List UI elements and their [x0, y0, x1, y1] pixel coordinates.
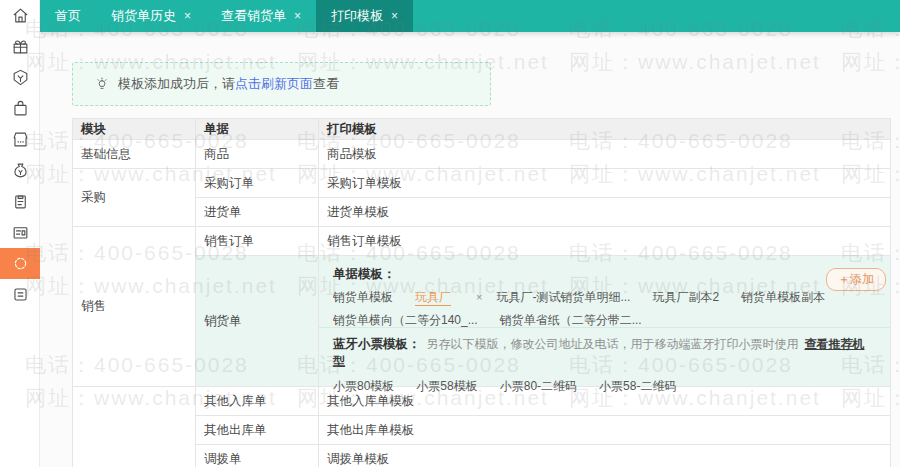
tab-bar: 首页 销货单历史 × 查看销货单 × 打印模板 × — [40, 0, 900, 32]
template-chip-row: 销货单横向（二等分140_...销货单省纸（二等分带二... — [333, 312, 876, 329]
tab-label: 销货单历史 — [111, 7, 176, 25]
store-icon — [11, 130, 30, 149]
bluetooth-receipt-section: 蓝牙小票模板：另存以下模版，修改公司地址及电话，用于移动端蓝牙打印小票时使用查看… — [319, 328, 890, 386]
doc-cell: 销货单 — [196, 256, 319, 387]
doc-cell: 其他入库单 — [196, 387, 319, 416]
table-row: 进货单 进货单模板 — [73, 198, 891, 227]
sidebar-item-store[interactable] — [0, 124, 40, 155]
table-row: 采购 采购订单 采购订单模板 — [73, 169, 891, 198]
add-template-button[interactable]: ＋添加 — [826, 268, 886, 291]
doc-cell: 销售订单 — [196, 227, 319, 256]
module-cell — [73, 387, 196, 467]
doc-cell: 进货单 — [196, 198, 319, 227]
sidebar-item-purchase[interactable] — [0, 93, 40, 124]
col-header-template: 打印模板 — [319, 119, 891, 140]
doc-cell: 采购订单 — [196, 169, 319, 198]
template-chip[interactable]: 销货单横向（二等分140_... — [333, 313, 478, 327]
template-chip-selected[interactable]: 玩具厂 — [415, 290, 451, 306]
template-cell[interactable]: 销售订单模板 — [319, 227, 891, 256]
col-header-document: 单据 — [196, 119, 319, 140]
banner-suffix: 查看 — [313, 76, 339, 91]
sidebar-item-inventory[interactable] — [0, 186, 40, 217]
doc-cell: 商品 — [196, 140, 319, 169]
tab-label: 打印模板 — [331, 7, 383, 25]
tab-sales-history[interactable]: 销货单历史 × — [96, 0, 206, 32]
home-icon — [11, 6, 30, 25]
template-chip[interactable]: 玩具厂副本2 — [652, 290, 719, 304]
table-header-row: 模块 单据 打印模板 — [73, 119, 891, 140]
tab-print-templates[interactable]: 打印模板 × — [316, 0, 413, 32]
template-chip[interactable]: 小票58-二维码 — [599, 379, 676, 393]
template-cell[interactable]: 进货单模板 — [319, 198, 891, 227]
module-cell: 销售 — [73, 227, 196, 387]
sales-order-template-cell: 单据模板： 销货单模板玩具厂×玩具厂-测试销货单明细...玩具厂副本2销货单模板… — [319, 256, 891, 387]
bag-icon — [11, 99, 30, 118]
tab-home[interactable]: 首页 — [40, 0, 96, 32]
app-window: 首页 销货单历史 × 查看销货单 × 打印模板 × 模板添加成功后，请点击刷新页… — [0, 0, 900, 467]
template-cell[interactable]: 其他出库单模板 — [319, 416, 891, 445]
sidebar — [0, 0, 40, 467]
table-row-sales-order: 销货单 单据模板： 销货单模板玩具厂×玩具厂-测试销货单明细...玩具厂副本2销… — [73, 256, 891, 387]
money-bag-icon — [11, 161, 30, 180]
template-chip-row: 销货单模板玩具厂×玩具厂-测试销货单明细...玩具厂副本2销货单模板副本 — [333, 289, 876, 306]
template-chip[interactable]: 销货单省纸（二等分带二... — [500, 313, 642, 327]
template-cell[interactable]: 采购订单模板 — [319, 169, 891, 198]
table-row: 调拨单 调拨单模板 — [73, 445, 891, 467]
template-chip[interactable]: 小票80-二维码 — [500, 379, 577, 393]
template-cell[interactable]: 商品模板 — [319, 140, 891, 169]
info-banner: 模板添加成功后，请点击刷新页面查看 — [72, 62, 491, 106]
banner-prefix: 模板添加成功后，请 — [118, 76, 235, 91]
col-header-module: 模块 — [73, 119, 196, 140]
refresh-page-link[interactable]: 点击刷新页面 — [235, 76, 313, 91]
template-cell[interactable]: 调拨单模板 — [319, 445, 891, 467]
note-icon — [11, 285, 30, 304]
sidebar-item-gift[interactable] — [0, 31, 40, 62]
close-icon[interactable]: × — [294, 9, 301, 23]
print-template-table: 模块 单据 打印模板 基础信息 商品 商品模板 采购 采购订单 采购订单模板 进… — [72, 118, 891, 467]
sync-icon — [11, 254, 30, 273]
clipboard-icon — [11, 192, 30, 211]
template-chip[interactable]: 销货单模板副本 — [741, 290, 825, 304]
template-chip[interactable]: 玩具厂-测试销货单明细... — [496, 290, 630, 304]
sidebar-item-bills[interactable] — [0, 217, 40, 248]
tab-label: 首页 — [55, 7, 81, 25]
doc-cell: 调拨单 — [196, 445, 319, 467]
gift-icon — [11, 37, 30, 56]
sidebar-item-coupon[interactable] — [0, 62, 40, 93]
sidebar-item-home[interactable] — [0, 0, 40, 31]
close-icon[interactable]: × — [391, 9, 398, 23]
table-row: 销售 销售订单 销售订单模板 — [73, 227, 891, 256]
bt-templates-title: 蓝牙小票模板： — [333, 337, 421, 351]
table-row: 基础信息 商品 商品模板 — [73, 140, 891, 169]
template-chip[interactable]: 小票80模板 — [333, 379, 394, 393]
module-cell: 基础信息 — [73, 140, 196, 169]
remove-template-icon[interactable]: × — [476, 291, 482, 303]
coupon-icon — [11, 68, 30, 87]
invoice-icon — [11, 223, 30, 242]
tab-view-sales-order[interactable]: 查看销货单 × — [206, 0, 316, 32]
sidebar-item-reports[interactable] — [0, 279, 40, 310]
doc-cell: 其他出库单 — [196, 416, 319, 445]
sidebar-item-sync[interactable] — [0, 248, 40, 279]
main-content: 模板添加成功后，请点击刷新页面查看 模块 单据 打印模板 基础信息 商品 商品模… — [40, 32, 900, 467]
template-chip[interactable]: 小票58模板 — [416, 379, 477, 393]
document-templates-section: 单据模板： 销货单模板玩具厂×玩具厂-测试销货单明细...玩具厂副本2销货单模板… — [319, 256, 890, 328]
sidebar-item-funds[interactable] — [0, 155, 40, 186]
banner-text: 模板添加成功后，请点击刷新页面查看 — [118, 75, 339, 93]
close-icon[interactable]: × — [184, 9, 191, 23]
lightbulb-icon — [94, 76, 110, 92]
bt-templates-desc: 另存以下模版，修改公司地址及电话，用于移动端蓝牙打印小票时使用 — [427, 337, 799, 351]
template-chip-row: 小票80模板小票58模板小票80-二维码小票58-二维码 — [333, 378, 876, 395]
doc-templates-title: 单据模板： — [333, 267, 396, 281]
table-row: 其他出库单 其他出库单模板 — [73, 416, 891, 445]
template-chip[interactable]: 销货单模板 — [333, 290, 393, 304]
tab-label: 查看销货单 — [221, 7, 286, 25]
module-cell: 采购 — [73, 169, 196, 227]
